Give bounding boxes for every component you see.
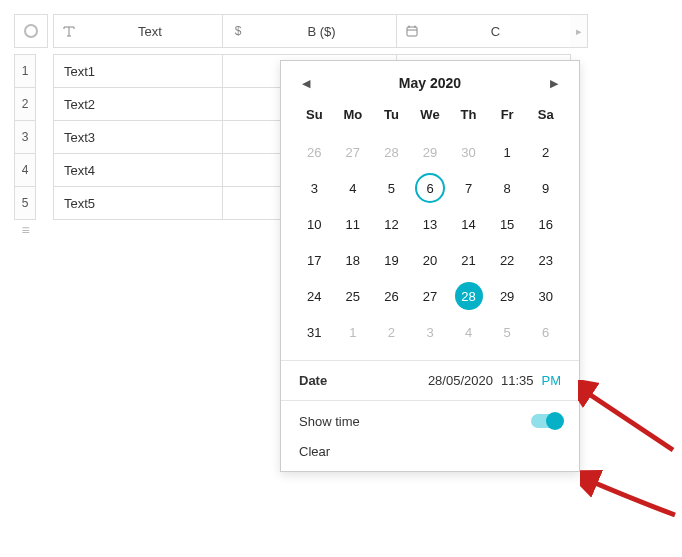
clear-button[interactable]: Clear (299, 444, 330, 459)
day-cell[interactable]: 11 (334, 208, 373, 240)
day-cell[interactable]: 16 (526, 208, 565, 240)
date-picker-popup: ◀ May 2020 ▶ SuMoTuWeThFrSa2627282930123… (280, 60, 580, 472)
column-label: B ($) (255, 24, 388, 39)
day-cell[interactable]: 27 (334, 136, 373, 168)
month-year-title[interactable]: May 2020 (399, 75, 461, 91)
day-cell[interactable]: 26 (372, 280, 411, 312)
day-cell[interactable]: 7 (449, 172, 488, 204)
next-month-button[interactable]: ▶ (547, 77, 561, 90)
weekday-header: We (411, 101, 450, 132)
cell-text[interactable]: Text5 (53, 186, 223, 220)
row-number[interactable]: 4 (14, 153, 36, 187)
day-selected[interactable]: 28 (449, 280, 488, 312)
day-cell[interactable]: 10 (295, 208, 334, 240)
cell-text[interactable]: Text1 (53, 54, 223, 88)
toggle-knob (546, 412, 564, 430)
weekday-header: Tu (372, 101, 411, 132)
row-number[interactable]: 3 (14, 120, 36, 154)
cell-text[interactable]: Text3 (53, 120, 223, 154)
row-number[interactable]: 1 (14, 54, 36, 88)
weekday-header: Su (295, 101, 334, 132)
show-time-label: Show time (299, 414, 360, 429)
day-cell[interactable]: 6 (526, 316, 565, 348)
day-today[interactable]: 6 (411, 172, 450, 204)
date-value[interactable]: 28/05/2020 (428, 373, 493, 388)
currency-icon: $ (231, 24, 245, 38)
day-cell[interactable]: 15 (488, 208, 527, 240)
day-cell[interactable]: 4 (449, 316, 488, 348)
day-cell[interactable]: 24 (295, 280, 334, 312)
text-icon (62, 25, 76, 37)
add-column-button[interactable]: ▸ (570, 14, 588, 48)
day-cell[interactable]: 29 (488, 280, 527, 312)
cell-text[interactable]: Text2 (53, 87, 223, 121)
weekday-header: Th (449, 101, 488, 132)
header-row: Text $ B ($) C ▸ (14, 14, 588, 48)
time-value[interactable]: 11:35 (501, 373, 534, 388)
day-cell[interactable]: 17 (295, 244, 334, 276)
day-cell[interactable]: 3 (295, 172, 334, 204)
annotation-arrow (580, 470, 680, 530)
day-cell[interactable]: 12 (372, 208, 411, 240)
select-all-icon (24, 24, 38, 38)
svg-rect-0 (407, 27, 417, 36)
column-header-text[interactable]: Text (53, 14, 223, 48)
column-label: C (429, 24, 562, 39)
column-header-currency[interactable]: $ B ($) (222, 14, 397, 48)
date-label: Date (299, 373, 327, 388)
day-cell[interactable]: 19 (372, 244, 411, 276)
day-cell[interactable]: 13 (411, 208, 450, 240)
ampm-toggle[interactable]: PM (542, 373, 562, 388)
day-cell[interactable]: 23 (526, 244, 565, 276)
day-cell[interactable]: 28 (372, 136, 411, 168)
select-all-cell[interactable] (14, 14, 48, 48)
day-cell[interactable]: 18 (334, 244, 373, 276)
day-cell[interactable]: 8 (488, 172, 527, 204)
day-cell[interactable]: 4 (334, 172, 373, 204)
day-cell[interactable]: 30 (526, 280, 565, 312)
day-cell[interactable]: 30 (449, 136, 488, 168)
weekday-header: Mo (334, 101, 373, 132)
column-label: Text (86, 24, 214, 39)
day-cell[interactable]: 5 (372, 172, 411, 204)
day-cell[interactable]: 31 (295, 316, 334, 348)
row-number[interactable]: 5 (14, 186, 36, 220)
prev-month-button[interactable]: ◀ (299, 77, 313, 90)
row-number[interactable]: 2 (14, 87, 36, 121)
day-cell[interactable]: 3 (411, 316, 450, 348)
day-cell[interactable]: 2 (526, 136, 565, 168)
weekday-header: Sa (526, 101, 565, 132)
show-time-toggle[interactable] (531, 414, 561, 428)
day-cell[interactable]: 26 (295, 136, 334, 168)
chevron-right-icon: ▸ (576, 25, 582, 38)
cell-text[interactable]: Text4 (53, 153, 223, 187)
day-cell[interactable]: 2 (372, 316, 411, 348)
day-cell[interactable]: 25 (334, 280, 373, 312)
weekday-header: Fr (488, 101, 527, 132)
add-row-icon: ≡ (21, 222, 28, 238)
annotation-arrow (578, 380, 678, 460)
column-header-date[interactable]: C (396, 14, 571, 48)
day-cell[interactable]: 21 (449, 244, 488, 276)
day-cell[interactable]: 9 (526, 172, 565, 204)
day-cell[interactable]: 1 (488, 136, 527, 168)
day-cell[interactable]: 14 (449, 208, 488, 240)
day-cell[interactable]: 5 (488, 316, 527, 348)
day-cell[interactable]: 20 (411, 244, 450, 276)
day-cell[interactable]: 22 (488, 244, 527, 276)
date-icon (405, 25, 419, 37)
day-cell[interactable]: 29 (411, 136, 450, 168)
day-cell[interactable]: 27 (411, 280, 450, 312)
add-row-button[interactable]: ≡ (14, 223, 36, 237)
day-cell[interactable]: 1 (334, 316, 373, 348)
